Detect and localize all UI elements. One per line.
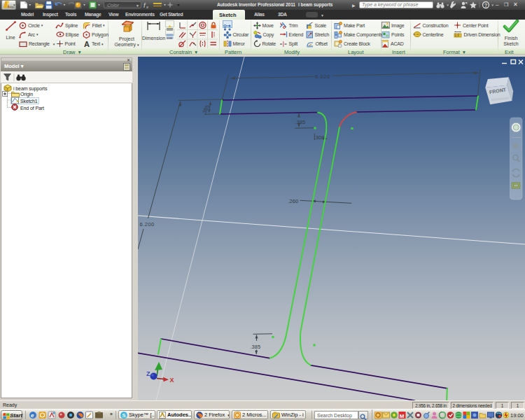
svg-text:6.020: 6.020 xyxy=(315,74,330,80)
svg-text:x: x xyxy=(146,5,149,9)
svg-text:S: S xyxy=(122,412,126,419)
svg-text:1.0: 1.0 xyxy=(454,34,459,37)
svg-text:A: A xyxy=(84,41,90,48)
svg-text:M: M xyxy=(400,412,405,419)
svg-text:X: X xyxy=(170,377,174,384)
svg-text:PRO: PRO xyxy=(10,6,15,9)
svg-text:.385: .385 xyxy=(251,344,261,350)
svg-text:6.200: 6.200 xyxy=(140,221,155,227)
svg-text:.385: .385 xyxy=(295,119,306,125)
svg-text:e: e xyxy=(31,412,34,419)
svg-text:Z: Z xyxy=(146,370,150,377)
svg-text:0.00: 0.00 xyxy=(167,36,174,40)
svg-text:.308: .308 xyxy=(314,134,325,141)
svg-text:.260: .260 xyxy=(288,198,299,204)
svg-text:?: ? xyxy=(484,3,487,8)
